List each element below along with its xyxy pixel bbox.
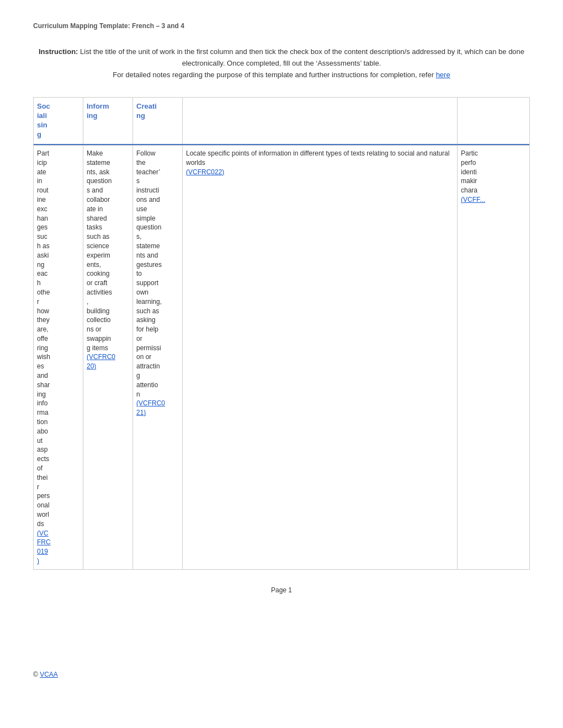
table-row: Participateinroutineexchangessuch asaski… — [34, 145, 529, 569]
instruction-block: Instruction: List the title of the unit … — [0, 35, 563, 92]
col-header-informing: Informing — [83, 98, 133, 144]
vcaa-link[interactable]: VCAA — [40, 671, 58, 678]
link-vcfrc019[interactable]: (VCFRC019) — [37, 529, 51, 565]
link-vcfrc022[interactable]: (VCFRC022) — [186, 168, 224, 176]
page-header: Curriculum Mapping Template: French – 3 … — [0, 0, 563, 35]
header-title: Curriculum Mapping Template: French – 3 … — [33, 22, 184, 30]
cell-informing: Makestatements, askquestions andcollabor… — [83, 146, 133, 569]
col-header-locating — [183, 98, 458, 144]
instruction-link[interactable]: here — [436, 71, 450, 79]
cell-extra: Particperfoidentimakirchara(VCFF... — [458, 146, 529, 569]
link-vcfrc020[interactable]: (VCFRC020) — [87, 353, 115, 370]
column-header-row: Socialising Informing Creating — [34, 98, 529, 145]
instruction-text: List the title of the unit of work in th… — [78, 47, 524, 67]
instruction-bold: Instruction: — [39, 47, 78, 56]
table-wrapper: Socialising Informing Creating Participa… — [33, 97, 530, 569]
link-vcfrc021[interactable]: (VCFRC021) — [136, 399, 165, 416]
col-header-extra — [458, 98, 529, 144]
cell-locating: Locate specific points of information in… — [183, 146, 458, 569]
col-header-socialising: Socialising — [34, 98, 83, 144]
copyright-block: © VCAA — [33, 671, 58, 678]
link-vcff[interactable]: (VCFF... — [461, 196, 485, 204]
col-header-creating: Creating — [133, 98, 183, 144]
cell-socialising: Participateinroutineexchangessuch asaski… — [34, 146, 83, 569]
cell-creating: Followtheteacher’sinstructions andusesim… — [133, 146, 183, 569]
instruction-line2: For detailed notes regarding the purpose… — [113, 71, 435, 79]
page-number: Page 1 — [0, 586, 563, 594]
